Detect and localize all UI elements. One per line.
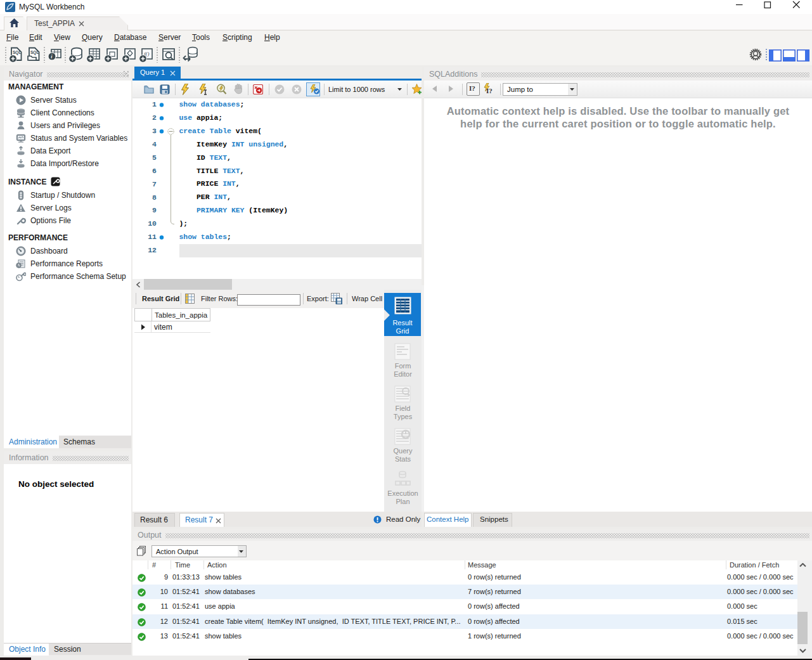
svg-text:SQL: SQL [13, 50, 21, 55]
svg-text:SQL: SQL [30, 50, 39, 55]
svg-text:I?: I? [486, 87, 493, 94]
